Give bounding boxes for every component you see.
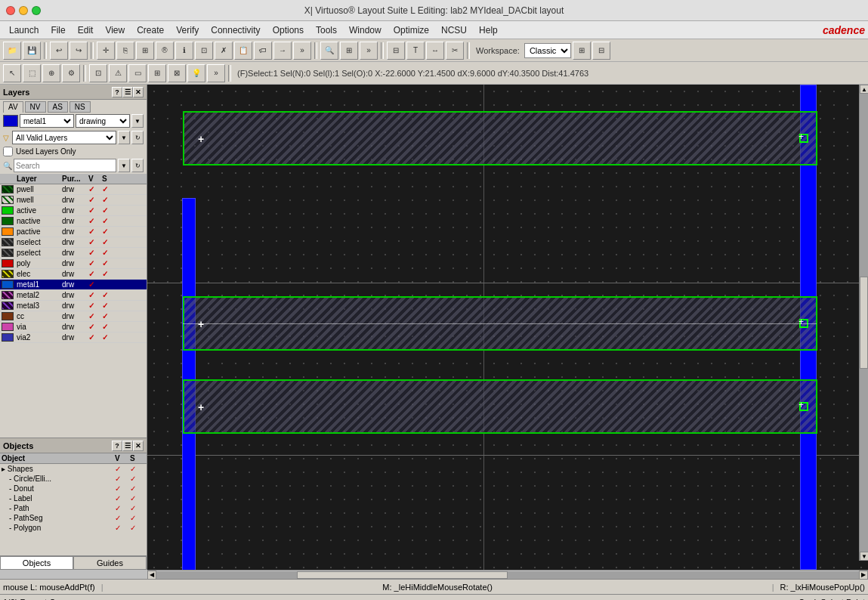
layer-row[interactable]: nwell drw ✓ ✓ [0, 195, 147, 206]
obj-row[interactable]: - Circle/Elli... ✓ ✓ [0, 474, 147, 484]
objects-help-btn[interactable]: ? [112, 441, 122, 451]
select-btn[interactable]: ↖ [3, 64, 21, 82]
align-btn[interactable]: ▭ [128, 64, 147, 82]
zoom-button[interactable]: 🔍 [320, 42, 338, 60]
hscroll-thumb[interactable] [297, 571, 508, 579]
dim-button[interactable]: ↔ [426, 42, 444, 60]
context-btn[interactable]: ⊕ [42, 64, 60, 82]
canvas-background[interactable] [147, 85, 868, 570]
tab-guides[interactable]: Guides [73, 556, 147, 570]
obj-row[interactable]: - Path ✓ ✓ [0, 503, 147, 513]
horizontal-scrollbar[interactable]: ◀ ▶ [147, 570, 868, 579]
more-right[interactable]: » [360, 42, 378, 60]
layer-row[interactable]: pwell drw ✓ ✓ [0, 184, 147, 195]
merge-button[interactable]: ⊟ [387, 42, 405, 60]
ws-btn1[interactable]: ⊞ [573, 42, 591, 60]
workspace-select[interactable]: Classic [524, 43, 571, 58]
layer-row[interactable]: metal1 drw ✓ [0, 280, 147, 290]
text-button[interactable]: T [406, 42, 425, 60]
menu-optimize[interactable]: Optimize [388, 23, 435, 37]
open-button[interactable]: 📁 [3, 42, 21, 60]
layers-close-btn[interactable]: ✕ [133, 87, 144, 97]
valid-layers-select[interactable]: All Valid Layers [12, 131, 116, 144]
scroll-left-btn[interactable]: ◀ [147, 571, 156, 580]
menu-tools[interactable]: Tools [310, 23, 343, 37]
label-button[interactable]: 🏷 [254, 42, 272, 60]
snap-mode-btn[interactable]: ⊡ [89, 64, 107, 82]
layer-row[interactable]: metal3 drw ✓ ✓ [0, 301, 147, 311]
layer-row[interactable]: pselect drw ✓ ✓ [0, 248, 147, 258]
clip-button[interactable]: ✂ [446, 42, 464, 60]
menu-connectivity[interactable]: Connectivity [205, 23, 266, 37]
tab-as[interactable]: AS [48, 101, 68, 113]
fit-button[interactable]: ⊞ [340, 42, 358, 60]
obj-row[interactable]: - PathSeg ✓ ✓ [0, 513, 147, 523]
obj-row[interactable]: ▸ Shapes ✓ ✓ [0, 464, 147, 474]
layer-row[interactable]: nselect drw ✓ ✓ [0, 237, 147, 248]
prop-btn[interactable]: ⚙ [62, 64, 80, 82]
active-layer-purpose-select[interactable]: drawing [76, 114, 130, 128]
obj-row[interactable]: - Donut ✓ ✓ [0, 484, 147, 493]
arr-btn[interactable]: ⊞ [148, 64, 166, 82]
menu-file[interactable]: File [45, 23, 71, 37]
scroll-right-btn[interactable]: ▶ [859, 571, 868, 580]
stretch-button[interactable]: ⊞ [136, 42, 154, 60]
menu-options[interactable]: Options [267, 23, 310, 37]
scroll-up-btn[interactable]: ▲ [860, 85, 868, 94]
hscroll-track[interactable] [156, 571, 859, 579]
layer-row[interactable]: nactive drw ✓ ✓ [0, 216, 147, 227]
tab-nv[interactable]: NV [25, 101, 46, 113]
more-left[interactable]: » [293, 42, 311, 60]
menu-launch[interactable]: Launch [3, 23, 45, 37]
area-select-btn[interactable]: ⬚ [23, 64, 41, 82]
property-button[interactable]: 📋 [234, 42, 252, 60]
objects-close-btn[interactable]: ✕ [133, 441, 144, 451]
layer-expand-btn[interactable]: ▼ [131, 114, 144, 128]
snap-button[interactable]: ⊡ [195, 42, 213, 60]
move-button[interactable]: ✛ [97, 42, 115, 60]
more2-btn[interactable]: » [207, 64, 225, 82]
repeat-button[interactable]: ® [156, 42, 174, 60]
menu-view[interactable]: View [99, 23, 131, 37]
menu-create[interactable]: Create [131, 23, 170, 37]
redo-button[interactable]: ↪ [70, 42, 88, 60]
save-button[interactable]: 💾 [23, 42, 41, 60]
close-button[interactable] [6, 6, 15, 15]
layer-row[interactable]: pactive drw ✓ ✓ [0, 227, 147, 237]
layers-settings-btn[interactable]: ☰ [122, 87, 133, 97]
obj-row[interactable]: - Label ✓ ✓ [0, 493, 147, 503]
menu-help[interactable]: Help [473, 23, 504, 37]
undo-button[interactable]: ↩ [50, 42, 68, 60]
layer-row[interactable]: cc drw ✓ ✓ [0, 311, 147, 322]
window-controls[interactable] [6, 6, 41, 15]
tab-ns[interactable]: NS [70, 101, 91, 113]
scroll-track[interactable] [860, 94, 868, 552]
tab-av[interactable]: AV [3, 101, 23, 113]
valid-layers-refresh-btn[interactable]: ↻ [131, 131, 144, 144]
layers-help-btn[interactable]: ? [112, 87, 122, 97]
maximize-button[interactable] [32, 6, 41, 15]
arr2-btn[interactable]: ⊠ [168, 64, 186, 82]
menu-edit[interactable]: Edit [72, 23, 100, 37]
canvas-area[interactable]: ▲ ▼ [147, 85, 868, 570]
layer-row[interactable]: via drw ✓ ✓ [0, 322, 147, 332]
obj-row[interactable]: - Polygon ✓ ✓ [0, 523, 147, 533]
delete-button[interactable]: ✗ [215, 42, 233, 60]
active-layer-name-select[interactable]: metal1 [20, 114, 74, 128]
layer-row[interactable]: via2 drw ✓ ✓ [0, 332, 147, 343]
copy-button[interactable]: ⎘ [116, 42, 134, 60]
route-button[interactable]: → [273, 42, 292, 60]
vertical-scrollbar[interactable]: ▲ ▼ [859, 85, 868, 561]
menu-window[interactable]: Window [343, 23, 388, 37]
menu-ncsu[interactable]: NCSU [435, 23, 473, 37]
valid-layers-expand-btn[interactable]: ▼ [118, 131, 130, 144]
info-button[interactable]: ℹ [175, 42, 193, 60]
layer-row[interactable]: poly drw ✓ ✓ [0, 258, 147, 269]
warn-btn[interactable]: ⚠ [109, 64, 127, 82]
search-options-btn[interactable]: ▼ [118, 159, 130, 172]
used-layers-checkbox[interactable] [3, 147, 13, 156]
layer-row[interactable]: active drw ✓ ✓ [0, 206, 147, 216]
tab-objects[interactable]: Objects [0, 556, 73, 570]
objects-settings-btn[interactable]: ☰ [122, 441, 133, 451]
minimize-button[interactable] [19, 6, 28, 15]
